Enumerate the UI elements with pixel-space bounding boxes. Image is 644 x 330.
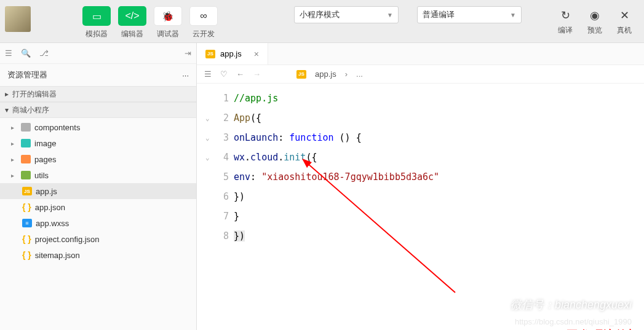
fold-icon[interactable]: ⌄ — [205, 154, 210, 162]
tree-file-sitemap[interactable]: { } sitemap.json — [0, 247, 196, 263]
open-editors-section[interactable]: ▸ 打开的编辑器 — [0, 86, 196, 102]
gutter: 1 ⌄2 ⌄3 ⌄4 5 6 7 8 — [197, 84, 234, 330]
main: ☰ 🔍 ⎇ ⇥ 资源管理器 ··· ▸ 打开的编辑器 ▾ 商城小程序 ▸ com… — [0, 43, 644, 330]
more-icon[interactable]: ··· — [182, 71, 189, 80]
mode-label: 小程序模式 — [300, 9, 340, 20]
bookmark-icon[interactable]: ♡ — [220, 69, 228, 79]
preview-button[interactable]: ◉ 预览 — [580, 4, 610, 39]
real-label: 真机 — [617, 25, 632, 36]
real-device-button[interactable]: ✕ 真机 — [610, 4, 639, 39]
code-token: ({ — [306, 152, 317, 163]
simulator-button[interactable]: ▭ 模拟器 — [80, 4, 113, 42]
cloud-button[interactable]: ∞ 云开发 — [187, 4, 220, 42]
chevron-right-icon: ▸ — [11, 124, 17, 131]
watermark-url: https://blog.csdn.net/qiushi_1990 — [515, 317, 632, 326]
simulator-label: 模拟器 — [85, 29, 108, 39]
code-token: } — [234, 211, 239, 222]
device-icon: ✕ — [620, 7, 629, 23]
debugger-label: 调试器 — [157, 29, 179, 39]
tree-label: app.json — [35, 203, 65, 212]
tree-file-project-config[interactable]: { } project.config.json — [0, 231, 196, 247]
folder-icon — [21, 123, 31, 132]
tree-folder-utils[interactable]: ▸ utils — [0, 167, 196, 183]
avatar[interactable] — [5, 6, 31, 32]
code-lines: //app.js App({ onLaunch: function () { w… — [234, 84, 644, 330]
code-token: env — [234, 171, 250, 183]
explorer-title: 资源管理器 — [7, 69, 47, 81]
js-icon: JS — [205, 50, 215, 58]
chevron-down-icon: ▼ — [387, 12, 393, 18]
code-icon: </> — [118, 6, 146, 26]
list-icon[interactable]: ☰ — [204, 69, 212, 79]
wxss-icon: ≡ — [22, 219, 32, 227]
compile-mode-label: 普通编译 — [423, 9, 455, 20]
file-tree: ▸ compontents ▸ image ▸ pages ▸ utils JS — [0, 118, 196, 330]
sidebar-icon-bar: ☰ 🔍 ⎇ ⇥ — [0, 43, 196, 64]
tree-folder-image[interactable]: ▸ image — [0, 135, 196, 151]
tree-label: pages — [34, 155, 56, 164]
project-section[interactable]: ▾ 商城小程序 — [0, 102, 196, 118]
mode-dropdown[interactable]: 小程序模式 ▼ — [294, 6, 399, 23]
refresh-icon: ↻ — [561, 7, 570, 23]
collapse-icon[interactable]: ⇥ — [185, 49, 191, 58]
breadcrumb: ☰ ♡ ← → JS app.js › ... — [197, 65, 644, 84]
open-editors-label: 打开的编辑器 — [12, 89, 57, 100]
branch-icon[interactable]: ⎇ — [39, 49, 49, 58]
chevron-down-icon: ▾ — [5, 106, 9, 114]
js-icon: JS — [22, 187, 32, 195]
tree-label: compontents — [34, 123, 80, 132]
json-icon: { } — [22, 250, 31, 260]
breadcrumb-file[interactable]: app.js — [315, 69, 336, 79]
forward-icon[interactable]: → — [253, 69, 261, 79]
tree-label: app.wxss — [36, 219, 69, 228]
tree-label: app.js — [36, 187, 57, 196]
editor-button[interactable]: </> 编辑器 — [116, 4, 149, 42]
compile-label: 编译 — [558, 25, 573, 36]
code-token: App — [234, 112, 250, 124]
code-area[interactable]: 1 ⌄2 ⌄3 ⌄4 5 6 7 8 //app.js App({ onLaun… — [197, 84, 644, 330]
breadcrumb-rest[interactable]: ... — [356, 69, 363, 79]
explorer-title-row: 资源管理器 ··· — [0, 64, 196, 86]
right-toolbar: ↻ 编译 ◉ 预览 ✕ 真机 — [551, 4, 639, 39]
close-icon[interactable]: × — [254, 49, 259, 59]
tree-file-app-wxss[interactable]: ≡ app.wxss — [0, 215, 196, 231]
top-toolbar: ▭ 模拟器 </> 编辑器 🐞 调试器 ∞ 云开发 小程序模式 ▼ 普通编译 ▼… — [0, 0, 644, 43]
editor-tabs: JS app.js × — [197, 43, 644, 65]
eye-icon: ◉ — [590, 7, 600, 23]
tab-app-js[interactable]: JS app.js × — [197, 43, 268, 65]
tree-folder-pages[interactable]: ▸ pages — [0, 151, 196, 167]
annotation-text: 云开发环境的初始化 — [554, 327, 644, 330]
chevron-right-icon: ▸ — [5, 90, 9, 98]
search-icon[interactable]: 🔍 — [21, 49, 31, 58]
editor-pane: JS app.js × ☰ ♡ ← → JS app.js › ... 1 ⌄2… — [197, 43, 644, 330]
project-label: 商城小程序 — [12, 105, 49, 116]
cloud-icon: ∞ — [189, 6, 218, 26]
code-line: //app.js — [234, 93, 278, 104]
tree-file-app-js[interactable]: JS app.js — [0, 183, 196, 199]
code-token: }) — [234, 191, 245, 202]
sidebar: ☰ 🔍 ⎇ ⇥ 资源管理器 ··· ▸ 打开的编辑器 ▾ 商城小程序 ▸ com… — [0, 43, 197, 330]
fold-icon[interactable]: ⌄ — [205, 114, 210, 122]
code-token: ({ — [250, 112, 261, 124]
list-icon[interactable]: ☰ — [5, 49, 12, 58]
back-icon[interactable]: ← — [236, 69, 244, 79]
compile-dropdown[interactable]: 普通编译 ▼ — [417, 6, 522, 23]
tree-folder-compontents[interactable]: ▸ compontents — [0, 119, 196, 135]
tab-label: app.js — [220, 49, 242, 58]
tree-file-app-json[interactable]: { } app.json — [0, 199, 196, 215]
fold-icon[interactable]: ⌄ — [205, 134, 210, 142]
tree-label: image — [34, 139, 56, 148]
chevron-right-icon: ▸ — [11, 140, 17, 147]
code-token: onLaunch — [234, 132, 278, 143]
code-token: "xiaoshitou168-7gqyw1bibb5d3a6c" — [261, 171, 439, 183]
folder-icon — [21, 139, 31, 147]
code-token: wx — [234, 152, 245, 163]
chevron-down-icon: ▼ — [510, 12, 516, 18]
tree-label: project.config.json — [35, 235, 100, 244]
wechat-icon — [487, 297, 506, 313]
debugger-button[interactable]: 🐞 调试器 — [151, 4, 185, 42]
code-token: cloud — [250, 152, 278, 163]
json-icon: { } — [22, 202, 31, 212]
compile-button[interactable]: ↻ 编译 — [551, 4, 580, 39]
editor-label: 编辑器 — [121, 29, 143, 39]
